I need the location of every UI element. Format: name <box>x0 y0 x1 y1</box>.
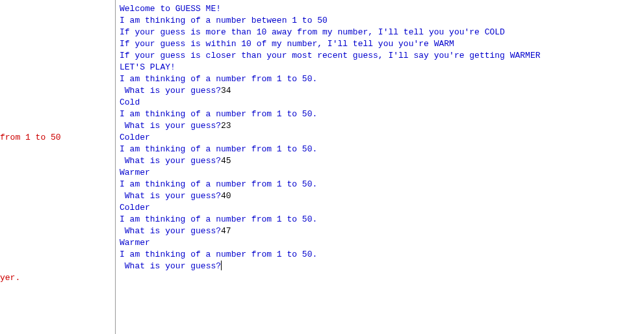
output-line: If your guess is closer than your most r… <box>120 51 541 60</box>
code-line <box>0 27 115 38</box>
output-feedback: Warmer <box>120 168 150 177</box>
output-prompt: What is your guess? <box>120 121 221 131</box>
console-output-panel[interactable]: Welcome to GUESS ME! I am thinking of a … <box>115 0 644 334</box>
output-line: If your guess is more than 10 away from … <box>120 27 505 37</box>
output-line: I am thinking of a number from 1 to 50. <box>120 144 317 154</box>
output-prompt: What is your guess? <box>120 86 221 96</box>
code-line <box>0 62 115 73</box>
code-line <box>0 202 115 214</box>
code-line <box>0 237 115 249</box>
code-line <box>0 307 115 319</box>
output-prompt: What is your guess? <box>120 156 221 166</box>
input-cursor[interactable] <box>221 261 222 270</box>
user-input: 34 <box>221 86 231 96</box>
user-input: 47 <box>221 226 231 236</box>
output-prompt: What is your guess? <box>120 191 221 201</box>
code-line: from 1 to 50 <box>0 132 115 144</box>
output-feedback: Warmer <box>120 238 150 248</box>
output-feedback: Cold <box>120 97 140 107</box>
output-line: I am thinking of a number from 1 to 50. <box>120 250 317 259</box>
output-line: I am thinking of a number from 1 to 50. <box>120 74 317 84</box>
output-feedback: Colder <box>120 203 150 212</box>
output-line: I am thinking of a number from 1 to 50. <box>120 214 317 224</box>
user-input: 23 <box>221 121 231 131</box>
output-line: I am thinking of a number between 1 to 5… <box>120 16 328 25</box>
code-line <box>0 167 115 179</box>
user-input: 45 <box>221 156 231 166</box>
output-prompt: What is your guess? <box>120 226 221 236</box>
output-line: I am thinking of a number from 1 to 50. <box>120 179 317 189</box>
code-line <box>0 97 115 109</box>
output-line: Welcome to GUESS ME! <box>120 4 221 14</box>
user-input: 40 <box>221 191 231 201</box>
code-line: yer. <box>0 272 115 284</box>
output-prompt: What is your guess? <box>120 261 221 271</box>
code-editor-panel[interactable]: from 1 to 50 yer. between 1 to 50') 10 a… <box>0 0 115 334</box>
output-line: I am thinking of a number from 1 to 50. <box>120 109 317 119</box>
output-feedback: Colder <box>120 133 150 142</box>
output-line: If your guess is within 10 of my number,… <box>120 39 454 49</box>
output-line: LET'S PLAY! <box>120 62 175 72</box>
